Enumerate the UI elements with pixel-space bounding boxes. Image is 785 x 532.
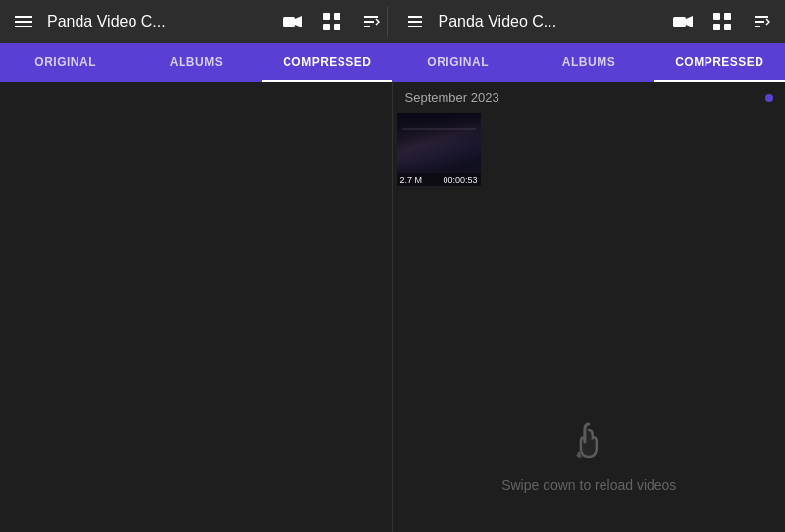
- app-title-left: Panda Video C...: [47, 13, 269, 30]
- svg-rect-3: [334, 13, 340, 20]
- svg-marker-1: [295, 16, 302, 27]
- hamburger-left: [15, 16, 32, 27]
- tab-compressed-left[interactable]: COMPRESSED: [262, 43, 392, 82]
- swipe-down-icon: [571, 422, 606, 469]
- tab-albums-left[interactable]: ALBUMS: [131, 43, 261, 82]
- svg-rect-12: [673, 17, 686, 27]
- svg-rect-16: [713, 24, 720, 30]
- right-panel: September 2023 2.7 M 00:00:53: [393, 82, 786, 532]
- camera-icon-right[interactable]: [667, 6, 699, 37]
- sort-icon-right[interactable]: [746, 6, 777, 37]
- video-size: 2.7 M: [400, 175, 423, 185]
- top-bar-left: Panda Video C...: [8, 6, 387, 37]
- grid-icon-right[interactable]: [706, 6, 738, 37]
- svg-rect-4: [323, 24, 330, 30]
- svg-marker-13: [686, 16, 693, 27]
- tab-original-right[interactable]: ORIGINAL: [392, 43, 523, 82]
- tab-albums-right[interactable]: ALBUMS: [523, 43, 654, 82]
- sort-icon-left[interactable]: [355, 6, 387, 37]
- top-bar-right: Panda Video C...: [387, 6, 778, 37]
- menu-icon-left[interactable]: [8, 6, 39, 37]
- video-overlay: 2.7 M 00:00:53: [397, 173, 481, 186]
- main-content: September 2023 2.7 M 00:00:53: [0, 82, 785, 532]
- svg-rect-15: [724, 13, 731, 20]
- tab-bar-left: ORIGINAL ALBUMS COMPRESSED: [0, 43, 392, 82]
- tab-bar-right: ORIGINAL ALBUMS COMPRESSED: [392, 43, 785, 82]
- section-header: September 2023: [393, 82, 786, 109]
- svg-rect-2: [323, 13, 330, 20]
- section-date: September 2023: [405, 90, 499, 105]
- swipe-instruction-text: Swipe down to reload videos: [501, 477, 676, 493]
- dot-indicator: [765, 94, 773, 102]
- video-thumbnail[interactable]: 2.7 M 00:00:53: [397, 113, 481, 186]
- tab-original-left[interactable]: ORIGINAL: [0, 43, 131, 82]
- camera-icon-left[interactable]: [277, 6, 308, 37]
- swipe-area: Swipe down to reload videos: [501, 422, 676, 493]
- video-duration: 00:00:53: [443, 175, 477, 185]
- app-title-right: Panda Video C...: [439, 13, 660, 30]
- tab-bar: ORIGINAL ALBUMS COMPRESSED ORIGINAL ALBU…: [0, 43, 785, 82]
- tab-compressed-right[interactable]: COMPRESSED: [654, 43, 785, 82]
- svg-rect-17: [724, 24, 731, 30]
- list-icon-right[interactable]: [399, 6, 431, 37]
- video-grid: 2.7 M 00:00:53: [393, 109, 786, 190]
- svg-rect-14: [713, 13, 720, 20]
- left-panel: [0, 82, 393, 532]
- grid-icon-left[interactable]: [316, 6, 347, 37]
- top-bar: Panda Video C...: [0, 0, 785, 43]
- svg-rect-0: [283, 17, 295, 27]
- svg-rect-5: [334, 24, 340, 30]
